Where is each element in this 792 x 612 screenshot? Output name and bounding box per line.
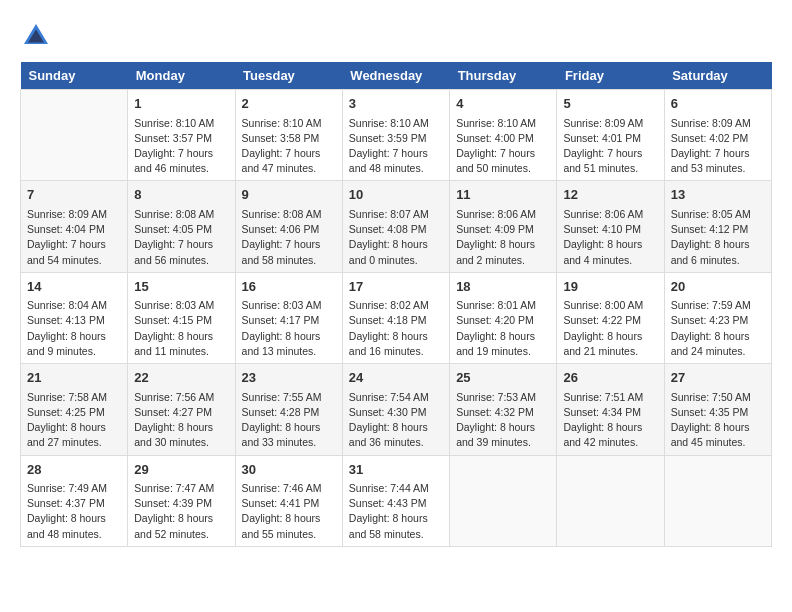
daylight-label: Daylight: 7 hours and 53 minutes. — [671, 147, 750, 174]
sunrise-label: Sunrise: 8:10 AM — [349, 117, 429, 129]
sunset-label: Sunset: 4:01 PM — [563, 132, 641, 144]
calendar-cell: 21Sunrise: 7:58 AMSunset: 4:25 PMDayligh… — [21, 364, 128, 455]
calendar-cell: 14Sunrise: 8:04 AMSunset: 4:13 PMDayligh… — [21, 272, 128, 363]
sunset-label: Sunset: 4:39 PM — [134, 497, 212, 509]
sunrise-label: Sunrise: 8:05 AM — [671, 208, 751, 220]
day-number: 27 — [671, 368, 765, 388]
day-info: Sunrise: 8:02 AMSunset: 4:18 PMDaylight:… — [349, 298, 443, 359]
calendar-cell: 25Sunrise: 7:53 AMSunset: 4:32 PMDayligh… — [450, 364, 557, 455]
calendar-cell: 17Sunrise: 8:02 AMSunset: 4:18 PMDayligh… — [342, 272, 449, 363]
calendar-cell: 13Sunrise: 8:05 AMSunset: 4:12 PMDayligh… — [664, 181, 771, 272]
calendar-cell — [557, 455, 664, 546]
calendar-week-row: 1Sunrise: 8:10 AMSunset: 3:57 PMDaylight… — [21, 90, 772, 181]
calendar-cell: 4Sunrise: 8:10 AMSunset: 4:00 PMDaylight… — [450, 90, 557, 181]
calendar-cell: 24Sunrise: 7:54 AMSunset: 4:30 PMDayligh… — [342, 364, 449, 455]
day-info: Sunrise: 7:54 AMSunset: 4:30 PMDaylight:… — [349, 390, 443, 451]
calendar-week-row: 28Sunrise: 7:49 AMSunset: 4:37 PMDayligh… — [21, 455, 772, 546]
sunset-label: Sunset: 4:23 PM — [671, 314, 749, 326]
daylight-label: Daylight: 8 hours and 11 minutes. — [134, 330, 213, 357]
sunset-label: Sunset: 3:58 PM — [242, 132, 320, 144]
calendar-cell: 6Sunrise: 8:09 AMSunset: 4:02 PMDaylight… — [664, 90, 771, 181]
header-day-monday: Monday — [128, 62, 235, 90]
day-number: 6 — [671, 94, 765, 114]
sunset-label: Sunset: 4:34 PM — [563, 406, 641, 418]
daylight-label: Daylight: 8 hours and 2 minutes. — [456, 238, 535, 265]
sunrise-label: Sunrise: 7:53 AM — [456, 391, 536, 403]
daylight-label: Daylight: 7 hours and 46 minutes. — [134, 147, 213, 174]
calendar-cell: 28Sunrise: 7:49 AMSunset: 4:37 PMDayligh… — [21, 455, 128, 546]
calendar-cell: 18Sunrise: 8:01 AMSunset: 4:20 PMDayligh… — [450, 272, 557, 363]
calendar-cell: 29Sunrise: 7:47 AMSunset: 4:39 PMDayligh… — [128, 455, 235, 546]
daylight-label: Daylight: 8 hours and 48 minutes. — [27, 512, 106, 539]
day-number: 4 — [456, 94, 550, 114]
sunset-label: Sunset: 4:08 PM — [349, 223, 427, 235]
daylight-label: Daylight: 8 hours and 19 minutes. — [456, 330, 535, 357]
sunset-label: Sunset: 4:28 PM — [242, 406, 320, 418]
sunset-label: Sunset: 4:09 PM — [456, 223, 534, 235]
day-number: 1 — [134, 94, 228, 114]
day-number: 26 — [563, 368, 657, 388]
daylight-label: Daylight: 8 hours and 30 minutes. — [134, 421, 213, 448]
sunrise-label: Sunrise: 7:44 AM — [349, 482, 429, 494]
daylight-label: Daylight: 8 hours and 24 minutes. — [671, 330, 750, 357]
sunrise-label: Sunrise: 8:09 AM — [563, 117, 643, 129]
sunrise-label: Sunrise: 8:06 AM — [563, 208, 643, 220]
day-info: Sunrise: 7:46 AMSunset: 4:41 PMDaylight:… — [242, 481, 336, 542]
daylight-label: Daylight: 8 hours and 13 minutes. — [242, 330, 321, 357]
day-number: 22 — [134, 368, 228, 388]
day-number: 30 — [242, 460, 336, 480]
daylight-label: Daylight: 7 hours and 54 minutes. — [27, 238, 106, 265]
day-info: Sunrise: 8:01 AMSunset: 4:20 PMDaylight:… — [456, 298, 550, 359]
sunrise-label: Sunrise: 7:46 AM — [242, 482, 322, 494]
day-info: Sunrise: 7:56 AMSunset: 4:27 PMDaylight:… — [134, 390, 228, 451]
day-number: 24 — [349, 368, 443, 388]
day-info: Sunrise: 8:10 AMSunset: 4:00 PMDaylight:… — [456, 116, 550, 177]
calendar-cell: 5Sunrise: 8:09 AMSunset: 4:01 PMDaylight… — [557, 90, 664, 181]
day-info: Sunrise: 8:08 AMSunset: 4:06 PMDaylight:… — [242, 207, 336, 268]
calendar-week-row: 7Sunrise: 8:09 AMSunset: 4:04 PMDaylight… — [21, 181, 772, 272]
sunset-label: Sunset: 4:05 PM — [134, 223, 212, 235]
calendar-cell: 16Sunrise: 8:03 AMSunset: 4:17 PMDayligh… — [235, 272, 342, 363]
day-info: Sunrise: 8:10 AMSunset: 3:58 PMDaylight:… — [242, 116, 336, 177]
sunrise-label: Sunrise: 8:10 AM — [242, 117, 322, 129]
sunrise-label: Sunrise: 8:04 AM — [27, 299, 107, 311]
sunrise-label: Sunrise: 7:58 AM — [27, 391, 107, 403]
sunrise-label: Sunrise: 7:59 AM — [671, 299, 751, 311]
day-info: Sunrise: 7:59 AMSunset: 4:23 PMDaylight:… — [671, 298, 765, 359]
calendar-cell: 8Sunrise: 8:08 AMSunset: 4:05 PMDaylight… — [128, 181, 235, 272]
sunset-label: Sunset: 4:02 PM — [671, 132, 749, 144]
day-info: Sunrise: 7:53 AMSunset: 4:32 PMDaylight:… — [456, 390, 550, 451]
day-number: 21 — [27, 368, 121, 388]
sunrise-label: Sunrise: 7:51 AM — [563, 391, 643, 403]
day-number: 2 — [242, 94, 336, 114]
sunrise-label: Sunrise: 7:54 AM — [349, 391, 429, 403]
calendar-cell — [21, 90, 128, 181]
day-info: Sunrise: 7:51 AMSunset: 4:34 PMDaylight:… — [563, 390, 657, 451]
sunset-label: Sunset: 4:04 PM — [27, 223, 105, 235]
daylight-label: Daylight: 8 hours and 16 minutes. — [349, 330, 428, 357]
day-info: Sunrise: 8:09 AMSunset: 4:01 PMDaylight:… — [563, 116, 657, 177]
day-info: Sunrise: 7:47 AMSunset: 4:39 PMDaylight:… — [134, 481, 228, 542]
day-info: Sunrise: 7:58 AMSunset: 4:25 PMDaylight:… — [27, 390, 121, 451]
daylight-label: Daylight: 7 hours and 51 minutes. — [563, 147, 642, 174]
page-header — [20, 20, 772, 52]
sunrise-label: Sunrise: 8:06 AM — [456, 208, 536, 220]
calendar-cell: 19Sunrise: 8:00 AMSunset: 4:22 PMDayligh… — [557, 272, 664, 363]
header-day-sunday: Sunday — [21, 62, 128, 90]
day-number: 29 — [134, 460, 228, 480]
calendar-cell — [450, 455, 557, 546]
sunset-label: Sunset: 4:22 PM — [563, 314, 641, 326]
daylight-label: Daylight: 8 hours and 0 minutes. — [349, 238, 428, 265]
day-info: Sunrise: 8:09 AMSunset: 4:02 PMDaylight:… — [671, 116, 765, 177]
sunrise-label: Sunrise: 7:56 AM — [134, 391, 214, 403]
day-number: 15 — [134, 277, 228, 297]
sunrise-label: Sunrise: 8:08 AM — [134, 208, 214, 220]
day-number: 5 — [563, 94, 657, 114]
sunset-label: Sunset: 4:10 PM — [563, 223, 641, 235]
sunset-label: Sunset: 4:41 PM — [242, 497, 320, 509]
sunset-label: Sunset: 4:20 PM — [456, 314, 534, 326]
sunset-label: Sunset: 3:57 PM — [134, 132, 212, 144]
day-number: 19 — [563, 277, 657, 297]
sunrise-label: Sunrise: 8:08 AM — [242, 208, 322, 220]
calendar-cell: 15Sunrise: 8:03 AMSunset: 4:15 PMDayligh… — [128, 272, 235, 363]
